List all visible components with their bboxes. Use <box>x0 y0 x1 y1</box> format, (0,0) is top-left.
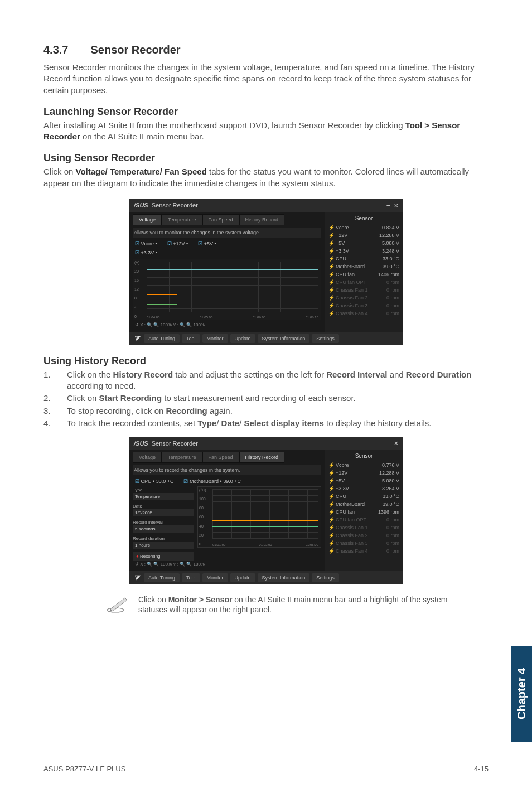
app-bottom-bar: ⧩ Auto Tuning Tool Monitor Update System… <box>129 332 403 345</box>
sensor-row: ⚡Chassis Fan 40 rpm <box>328 310 399 317</box>
sensor-panel-header: Sensor <box>328 214 399 224</box>
history-steps: 1. Click on the History Record tab and a… <box>43 369 489 429</box>
btn-settings[interactable]: Settings <box>312 573 339 582</box>
btn-monitor[interactable]: Monitor <box>202 573 228 582</box>
screenshot-voltage: /SUS Sensor Recorder − × Voltage Tempera… <box>129 199 403 345</box>
sensor-panel-header: Sensor <box>328 452 399 461</box>
sensor-row: ⚡CPU33.0 °C <box>328 255 399 263</box>
window-titlebar: /SUS Sensor Recorder − × <box>129 199 403 212</box>
btn-auto-tuning[interactable]: Auto Tuning <box>144 334 180 343</box>
section-number: 4.3.7 <box>43 44 68 56</box>
asus-logo-icon: ⧩ <box>132 335 142 342</box>
close-icon[interactable]: × <box>394 201 398 210</box>
sensor-row: ⚡CPU fan OPT0 rpm <box>328 278 399 286</box>
page-footer: ASUS P8Z77-V LE PLUS 4-15 <box>43 761 489 773</box>
history-controls: TypeTemperature Date1/9/2005 Record inte… <box>133 486 194 561</box>
launching-paragraph: After installing AI Suite II from the mo… <box>43 120 489 143</box>
svg-marker-1 <box>110 598 127 611</box>
window-title: Sensor Recorder <box>152 440 198 447</box>
sensor-row: ⚡+12V12.288 V <box>328 469 399 477</box>
footer-page-number: 4-15 <box>474 765 489 773</box>
date-select[interactable]: 1/9/2005 <box>133 509 194 516</box>
pencil-icon <box>106 595 130 613</box>
btn-update[interactable]: Update <box>230 573 255 582</box>
section-heading: 4.3.7Sensor Recorder <box>43 44 489 56</box>
sensor-row: ⚡Chassis Fan 20 rpm <box>328 532 399 539</box>
zoom-controls[interactable]: ↺ X : 🔍 🔍 100% Y : 🔍 🔍 100% <box>133 561 321 568</box>
intro-paragraph: Sensor Recorder monitors the changes in … <box>43 62 489 96</box>
brand-logo: /SUS <box>134 440 148 447</box>
list-item: 2. Click on Start Recording to start mea… <box>43 393 489 404</box>
sensor-row: ⚡Chassis Fan 30 rpm <box>328 302 399 310</box>
sensor-row: ⚡Chassis Fan 20 rpm <box>328 294 399 302</box>
btn-monitor[interactable]: Monitor <box>202 334 228 343</box>
btn-tool[interactable]: Tool <box>182 334 200 343</box>
section-title: Sensor Recorder <box>90 44 180 56</box>
btn-auto-tuning[interactable]: Auto Tuning <box>144 573 180 582</box>
using-paragraph: Click on Voltage/ Temperature/ Fan Speed… <box>43 166 489 189</box>
check-cpu[interactable]: CPU • 33.0 +C <box>135 479 173 484</box>
check-vcore[interactable]: Vcore • <box>135 241 157 247</box>
history-heading: Using History Record <box>43 355 489 367</box>
window-title: Sensor Recorder <box>152 202 198 209</box>
tab-description: Allows you to monitor the changes in the… <box>133 228 321 238</box>
brand-logo: /SUS <box>134 202 148 209</box>
sensor-row: ⚡+3.3V3.264 V <box>328 485 399 492</box>
history-graph: (°C) 100 80 60 40 20 0 <box>197 486 321 548</box>
btn-update[interactable]: Update <box>230 334 255 343</box>
btn-settings[interactable]: Settings <box>312 334 339 343</box>
tab-history-record[interactable]: History Record <box>239 452 285 463</box>
interval-input[interactable]: 5 seconds <box>133 525 194 533</box>
sensor-row: ⚡Vcore0.824 V <box>328 224 399 231</box>
tab-fan-speed[interactable]: Fan Speed <box>202 214 239 225</box>
check-motherboard[interactable]: MotherBoard • 39.0 +C <box>183 479 240 484</box>
duration-input[interactable]: 1 hours <box>133 542 194 549</box>
check-12v[interactable]: +12V • <box>167 241 188 247</box>
check-5v[interactable]: +5V • <box>198 241 216 247</box>
type-select[interactable]: Temperature <box>133 493 194 500</box>
note-block: Click on Monitor > Sensor on the AI Suit… <box>106 595 463 615</box>
tab-description: Allows you to record the changes in the … <box>133 465 321 475</box>
sensor-row: ⚡+5V5.080 V <box>328 239 399 247</box>
sensor-row: ⚡+5V5.080 V <box>328 477 399 485</box>
tab-voltage[interactable]: Voltage <box>133 452 162 463</box>
launching-heading: Launching Sensor Recorder <box>43 106 489 118</box>
app-bottom-bar: ⧩ Auto Tuning Tool Monitor Update System… <box>129 571 403 584</box>
sensor-row: ⚡MotherBoard39.0 °C <box>328 500 399 508</box>
sensor-row: ⚡Vcore0.776 V <box>328 461 399 469</box>
list-item: 1. Click on the History Record tab and a… <box>43 369 489 392</box>
sensor-panel: Sensor ⚡Vcore0.776 V⚡+12V12.288 V⚡+5V5.0… <box>325 450 403 571</box>
btn-system-info[interactable]: System Information <box>258 573 310 582</box>
sensor-row: ⚡CPU fan OPT0 rpm <box>328 516 399 524</box>
minimize-icon[interactable]: − <box>386 439 391 447</box>
screenshot-history: /SUS Sensor Recorder − × Voltage Tempera… <box>129 437 403 584</box>
footer-product: ASUS P8Z77-V LE PLUS <box>43 765 125 773</box>
recording-button[interactable]: Recording <box>133 552 194 561</box>
sensor-row: ⚡Chassis Fan 10 rpm <box>328 524 399 532</box>
check-3v3[interactable]: +3.3V • <box>135 250 157 255</box>
btn-system-info[interactable]: System Information <box>258 334 310 343</box>
sensor-row: ⚡MotherBoard39.0 °C <box>328 263 399 270</box>
tab-history-record[interactable]: History Record <box>239 214 285 225</box>
note-text: Click on Monitor > Sensor on the AI Suit… <box>138 595 463 615</box>
tab-temperature[interactable]: Temperature <box>162 452 202 463</box>
sensor-row: ⚡Chassis Fan 40 rpm <box>328 547 399 555</box>
close-icon[interactable]: × <box>394 439 398 447</box>
tab-fan-speed[interactable]: Fan Speed <box>202 452 239 463</box>
sensor-panel: Sensor ⚡Vcore0.824 V⚡+12V12.288 V⚡+5V5.0… <box>325 212 403 332</box>
zoom-controls[interactable]: ↺ X : 🔍 🔍 100% Y : 🔍 🔍 100% <box>133 321 321 328</box>
sensor-row: ⚡Chassis Fan 10 rpm <box>328 286 399 294</box>
sensor-row: ⚡+12V12.288 V <box>328 231 399 239</box>
btn-tool[interactable]: Tool <box>182 573 200 582</box>
list-item: 4. To track the recorded contents, set T… <box>43 418 489 429</box>
sensor-row: ⚡CPU33.0 °C <box>328 492 399 500</box>
chapter-tab: Chapter 4 <box>511 646 532 742</box>
sensor-row: ⚡CPU fan1396 rpm <box>328 508 399 516</box>
using-heading: Using Sensor Recorder <box>43 152 489 164</box>
window-titlebar: /SUS Sensor Recorder − × <box>129 437 403 450</box>
tab-voltage[interactable]: Voltage <box>133 214 162 225</box>
sensor-row: ⚡+3.3V3.248 V <box>328 247 399 255</box>
tab-temperature[interactable]: Temperature <box>162 214 202 225</box>
minimize-icon[interactable]: − <box>386 201 391 210</box>
sensor-row: ⚡CPU fan1406 rpm <box>328 270 399 278</box>
